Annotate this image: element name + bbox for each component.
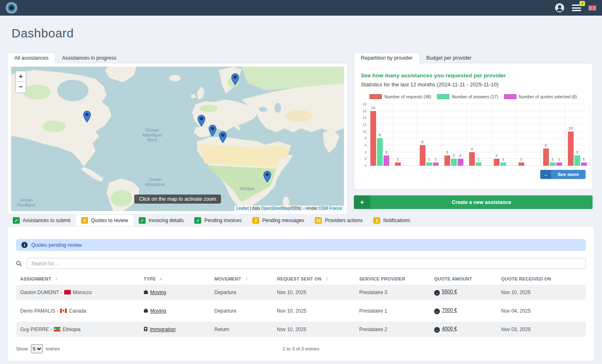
attribution-link-osm-france[interactable]: OSM France <box>318 206 342 211</box>
column-header-type[interactable]: TYPE▲▼ <box>144 276 214 281</box>
count-badge: 2 <box>373 217 380 224</box>
bar-value-label: 8 <box>377 132 383 137</box>
map-marker-icon[interactable] <box>209 125 216 137</box>
map-panel: All assistancesAssistances in progress <box>7 53 348 215</box>
y-axis-tick: 8 <box>365 136 367 140</box>
bar-number-of-answers-17-group-5 <box>476 162 481 166</box>
column-header-quote-amount: QUOTE AMOUNT <box>434 276 501 281</box>
assignee-name: Denis PAMALIS - <box>20 308 58 314</box>
sort-icon: ▲▼ <box>245 277 248 281</box>
search-input[interactable] <box>27 258 586 269</box>
bar-number-of-quotes-selected-8-group-8 <box>556 162 562 166</box>
map-marker-icon[interactable] <box>83 111 91 123</box>
chart-tab-repartition-by-provider[interactable]: Repartition by provider <box>354 53 420 63</box>
type-cell: Moving <box>144 290 214 295</box>
column-header-request-sent-on[interactable]: REQUEST SENT ON▲▼ <box>277 276 359 281</box>
bar-value-label: 1 <box>500 157 506 161</box>
movement-cell: Return <box>214 327 277 332</box>
movement-cell: Departure <box>214 290 277 295</box>
tasks-tab-invoicing-details[interactable]: ✓Invoicing details <box>133 215 189 226</box>
language-flag-uk-icon[interactable] <box>588 5 596 11</box>
tasks-tab-pending-messages[interactable]: 2Pending messages <box>247 215 309 226</box>
legend-label: Number of quotes selected (8) <box>519 94 577 99</box>
see-more-button[interactable]: → See more <box>540 170 586 179</box>
table-row: Gaston DUMONT -MoroccoMovingDepartureNov… <box>16 285 586 300</box>
user-avatar-icon[interactable] <box>555 3 565 13</box>
bar-number-of-requests-48-group-7 <box>518 162 524 166</box>
bar-number-of-requests-48-group-1 <box>370 111 376 166</box>
page-size-select[interactable]: 5 <box>31 344 43 353</box>
count-badge: 3 <box>81 217 88 224</box>
map-marker-icon[interactable] <box>231 73 239 85</box>
chart-subtitle: Statistics for the last 12 months (2024-… <box>361 81 586 88</box>
tasks-tab-pending-invoices[interactable]: ✓Pending invoices <box>189 215 247 226</box>
request-sent-cell: Nov 10, 2025 <box>277 327 359 332</box>
column-header-movement[interactable]: MOVEMENT▲▼ <box>214 276 277 281</box>
chart-heading: See how many assistances you requested p… <box>361 72 586 79</box>
arrow-circle-icon: → <box>434 290 440 296</box>
sort-icon: ▲▼ <box>325 277 328 281</box>
provider-cell: Prestataire 2 <box>359 327 434 332</box>
zoom-out-button[interactable]: − <box>16 82 26 93</box>
map-marker-icon[interactable] <box>198 115 205 127</box>
y-axis-tick: 6 <box>365 143 367 147</box>
y-axis-tick: 4 <box>365 150 367 154</box>
tasks-tab-assistances-to-submit[interactable]: ✓Assistances to submit <box>7 215 76 226</box>
y-axis-tick: 14 <box>363 116 367 120</box>
y-axis-tick: 12 <box>363 123 367 127</box>
request-sent-cell: Nov 10, 2025 <box>277 308 359 314</box>
type-link[interactable]: Moving <box>150 308 166 314</box>
passport-icon <box>144 327 148 332</box>
map-marker-icon[interactable] <box>263 171 271 183</box>
app-logo-icon[interactable] <box>6 2 17 14</box>
create-assistance-button[interactable]: + Create a new assistance <box>354 195 593 209</box>
country-flag-ethiopia-icon <box>54 327 60 332</box>
y-axis-tick: 16 <box>363 109 367 113</box>
map-marker-icon[interactable] <box>219 131 227 143</box>
provider-cell: Prestataire 3 <box>359 290 434 295</box>
quote-amount-link[interactable]: 5500 € <box>442 289 457 294</box>
bar-value-label: 1 <box>395 157 401 161</box>
bar-value-label: 1 <box>433 157 439 161</box>
bar-value-label: 3 <box>384 150 389 154</box>
attribution-text: | data <box>249 206 261 211</box>
quote-amount-link[interactable]: 7000 € <box>442 307 457 313</box>
bar-value-label: 1 <box>556 157 562 161</box>
map-tab-assistances-in-progress[interactable]: Assistances in progress <box>56 53 123 63</box>
arrow-circle-icon: → <box>434 308 440 314</box>
bar-value-label: 2 <box>494 153 500 158</box>
zoom-in-button[interactable]: + <box>16 71 26 82</box>
tasks-tab-notifications[interactable]: 2Notifications <box>368 215 415 226</box>
legend-item-number-of-quotes-selected-8: Number of quotes selected (8) <box>504 94 577 99</box>
bar-number-of-quotes-selected-8-group-4 <box>458 159 463 166</box>
tasks-tabs: ✓Assistances to submit3Quotes to review✓… <box>7 216 595 226</box>
show-label: Show <box>16 346 28 351</box>
type-link[interactable]: Moving <box>150 290 166 295</box>
map-tab-all-assistances[interactable]: All assistances <box>7 53 56 63</box>
attribution-link-leaflet[interactable]: Leaflet <box>236 206 249 211</box>
legend-item-number-of-answers-17: Number of answers (17) <box>437 94 498 99</box>
bar-number-of-quotes-selected-8-group-3 <box>433 162 439 166</box>
bar-number-of-requests-48-group-2 <box>395 162 401 166</box>
bar-value-label: 5 <box>543 143 549 147</box>
column-header-assignment[interactable]: ASSIGNMENT▲▼ <box>20 276 144 281</box>
arrow-circle-icon: → <box>434 327 440 333</box>
bar-number-of-answers-17-group-3 <box>426 162 432 166</box>
type-link[interactable]: Immigration <box>150 327 176 332</box>
country-flag-canada-icon <box>60 308 67 313</box>
attribution-link-openstreetmap[interactable]: OpenStreetMap <box>261 206 291 211</box>
world-map[interactable]: Ocean Atlantique NordOcean AtlantiqueOce… <box>11 67 344 211</box>
chart-tab-budget-per-provider[interactable]: Budget per provider <box>420 53 478 63</box>
bar-number-of-requests-48-group-6 <box>494 159 500 166</box>
assignee-name: Gaston DUMONT - <box>20 290 62 295</box>
type-cell: Moving <box>144 308 214 314</box>
tasks-tab-quotes-to-review[interactable]: 3Quotes to review <box>76 215 133 226</box>
page-title: Dashboard <box>12 26 74 40</box>
bar-number-of-requests-48-group-5 <box>469 152 475 166</box>
y-axis-tick: 2 <box>365 157 367 161</box>
bar-value-label: 1 <box>581 157 587 161</box>
hamburger-menu-icon[interactable]: 2 <box>572 5 581 11</box>
info-message: Quotes pending review <box>31 242 82 248</box>
tasks-tab-providers-actions[interactable]: 10Providers actions <box>309 215 368 226</box>
quote-amount-link[interactable]: 4000 € <box>442 326 457 332</box>
